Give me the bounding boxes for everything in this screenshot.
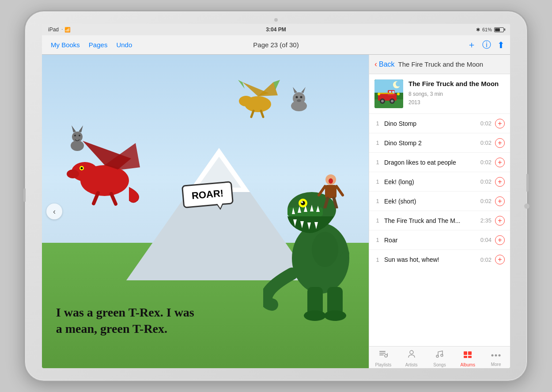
- song-duration: 0:02: [480, 120, 492, 127]
- svg-point-86: [441, 354, 443, 357]
- song-add-button[interactable]: +: [495, 196, 505, 206]
- song-add-button[interactable]: +: [495, 119, 505, 128]
- svg-point-21: [293, 92, 305, 105]
- svg-marker-22: [293, 87, 297, 93]
- song-title: Dino Stomp: [384, 120, 477, 127]
- song-track-number: 1: [374, 237, 381, 243]
- battery-fill: [495, 28, 500, 31]
- albums-label: Albums: [461, 362, 475, 367]
- status-left: iPad ⋅ 📶: [48, 26, 71, 33]
- svg-point-13: [239, 96, 253, 106]
- song-add-button[interactable]: +: [495, 138, 505, 148]
- share-button[interactable]: ⬆: [497, 40, 505, 50]
- playlists-icon: [378, 349, 388, 362]
- prev-page-button[interactable]: ‹: [46, 204, 62, 219]
- svg-point-92: [495, 354, 497, 357]
- album-artwork: [374, 79, 403, 108]
- music-tab-bar: Playlists Artists: [369, 346, 510, 368]
- svg-point-7: [81, 167, 83, 169]
- song-list-item[interactable]: 1 The Fire Truck and The M... 2:35 +: [369, 211, 510, 230]
- album-name-line1: The Fire Truck and the: [408, 80, 479, 87]
- tab-albums[interactable]: Albums: [454, 347, 482, 367]
- status-bar: iPad ⋅ 📶 3:04 PM ✱ 61%: [42, 24, 510, 35]
- roar-speech-bubble: ROAR!: [181, 181, 234, 208]
- svg-point-54: [324, 310, 346, 321]
- battery-icon: [494, 27, 504, 32]
- song-track-number: 1: [374, 217, 381, 224]
- status-right: ✱ 61%: [476, 27, 504, 33]
- song-duration: 0:02: [480, 256, 492, 263]
- svg-point-55: [312, 232, 338, 267]
- svg-rect-83: [387, 353, 388, 356]
- song-add-button[interactable]: +: [495, 235, 505, 245]
- song-duration: 0:02: [480, 178, 492, 185]
- svg-point-26: [297, 99, 301, 102]
- svg-point-93: [499, 354, 501, 357]
- tab-artists[interactable]: Artists: [397, 347, 426, 367]
- trex-svg: [263, 188, 365, 324]
- ipad-screen: iPad ⋅ 📶 3:04 PM ✱ 61% My Books Pages Un…: [42, 24, 510, 368]
- wolf-left-svg: [65, 124, 90, 155]
- song-list-item[interactable]: 1 Roar 0:04 +: [369, 230, 510, 250]
- song-list-item[interactable]: 1 Eek! (short) 0:02 +: [369, 192, 510, 211]
- toolbar: My Books Pages Undo Page 23 (of 30) ＋ ⓘ …: [42, 35, 510, 55]
- song-track-number: 1: [374, 159, 381, 166]
- svg-point-32: [79, 135, 80, 136]
- status-time: 3:04 PM: [266, 26, 286, 33]
- songs-icon: [435, 349, 444, 362]
- svg-point-78: [396, 81, 401, 87]
- song-duration: 0:04: [480, 237, 492, 243]
- album-details: The Fire Truck and the Moon 8 songs, 3 m…: [408, 79, 505, 107]
- svg-point-91: [492, 354, 494, 357]
- side-camera: [524, 204, 529, 209]
- svg-point-31: [74, 135, 76, 136]
- song-add-button[interactable]: +: [495, 255, 505, 264]
- tab-playlists[interactable]: Playlists: [369, 347, 397, 367]
- more-icon: [491, 350, 501, 361]
- undo-button[interactable]: Undo: [113, 39, 136, 50]
- song-add-button[interactable]: +: [495, 177, 505, 187]
- song-list-item[interactable]: 1 Dino Stomp 2 0:02 +: [369, 133, 510, 153]
- song-track-number: 1: [374, 120, 381, 127]
- album-info-section: The Fire Truck and the Moon 8 songs, 3 m…: [369, 74, 510, 114]
- album-year: 2013: [408, 98, 505, 107]
- back-button[interactable]: Back: [379, 60, 395, 68]
- svg-line-61: [334, 198, 336, 207]
- svg-point-24: [295, 96, 298, 98]
- add-button[interactable]: ＋: [467, 39, 476, 51]
- front-camera: [274, 18, 278, 22]
- info-button[interactable]: ⓘ: [482, 39, 491, 51]
- svg-line-11: [111, 194, 116, 204]
- toolbar-right-buttons: ＋ ⓘ ⬆: [467, 39, 505, 51]
- tab-more[interactable]: More: [482, 348, 510, 367]
- my-books-button[interactable]: My Books: [47, 39, 83, 50]
- songs-label: Songs: [433, 362, 446, 367]
- song-track-number: 1: [374, 139, 381, 146]
- song-list: 1 Dino Stomp 0:02 + 1 Dino Stomp 2 0:02 …: [369, 114, 510, 346]
- albums-svg: [463, 349, 473, 359]
- svg-point-25: [300, 96, 302, 98]
- wifi-icon: ⋅ 📶: [61, 27, 71, 33]
- volume-button[interactable]: [23, 188, 26, 202]
- song-list-item[interactable]: 1 Dino Stomp 0:02 +: [369, 114, 510, 133]
- svg-rect-90: [468, 356, 472, 358]
- playlists-svg: [378, 349, 388, 359]
- song-list-item[interactable]: 1 Eek! (long) 0:02 +: [369, 172, 510, 192]
- song-title: The Fire Truck and The M...: [384, 217, 477, 224]
- song-duration: 0:02: [480, 139, 492, 146]
- power-button[interactable]: [526, 174, 529, 192]
- albums-icon: [463, 349, 473, 362]
- pages-button[interactable]: Pages: [85, 39, 111, 50]
- artists-icon: [407, 349, 416, 362]
- song-list-item[interactable]: 1 Sun was hot, whew! 0:02 +: [369, 250, 510, 269]
- svg-rect-74: [378, 93, 393, 94]
- svg-line-60: [325, 198, 328, 207]
- device-name-label: iPad: [48, 26, 59, 33]
- song-add-button[interactable]: +: [495, 158, 505, 167]
- tab-songs[interactable]: Songs: [426, 347, 454, 367]
- svg-point-84: [410, 351, 413, 354]
- song-list-item[interactable]: 1 Dragon likes to eat people 0:02 +: [369, 153, 510, 172]
- song-add-button[interactable]: +: [495, 216, 505, 226]
- panel-header-title: The Fire Truck and the Moon: [398, 60, 484, 68]
- panel-header: ‹ Back The Fire Truck and the Moon: [369, 55, 510, 74]
